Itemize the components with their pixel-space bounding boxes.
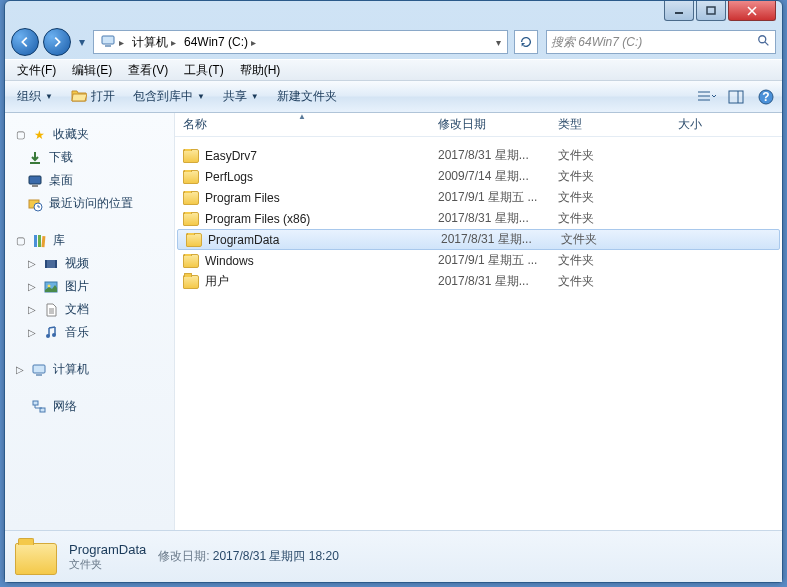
- file-row[interactable]: Windows2017/9/1 星期五 ...文件夹: [175, 250, 782, 271]
- expand-icon: ▷: [27, 327, 37, 338]
- search-box[interactable]: 搜索 64Win7 (C:): [546, 30, 776, 54]
- svg-rect-20: [34, 235, 37, 247]
- search-placeholder: 搜索 64Win7 (C:): [551, 34, 642, 51]
- newfolder-button[interactable]: 新建文件夹: [271, 86, 343, 107]
- column-size[interactable]: 大小: [670, 113, 782, 136]
- expand-icon: ▷: [15, 364, 25, 375]
- expand-icon: ▷: [27, 281, 37, 292]
- nav-favorites[interactable]: ▢★收藏夹: [9, 123, 170, 146]
- open-button[interactable]: 打开: [65, 86, 121, 107]
- nav-documents-label: 文档: [65, 301, 89, 318]
- file-date: 2017/8/31 星期...: [430, 147, 550, 164]
- folder-icon: [183, 149, 199, 163]
- file-row[interactable]: EasyDrv72017/8/31 星期...文件夹: [175, 145, 782, 166]
- title-bar: [5, 1, 782, 25]
- history-dropdown[interactable]: ▾: [75, 32, 89, 52]
- svg-rect-24: [45, 260, 47, 268]
- preview-pane-button[interactable]: [726, 87, 746, 107]
- crumb-root[interactable]: ▸: [96, 31, 128, 53]
- view-mode-button[interactable]: [696, 87, 716, 107]
- file-type: 文件夹: [550, 273, 670, 290]
- file-date: 2017/8/31 星期...: [430, 210, 550, 227]
- nav-downloads[interactable]: 下载: [9, 146, 170, 169]
- folder-icon: [183, 254, 199, 268]
- downloads-icon: [27, 150, 43, 166]
- address-bar[interactable]: ▸ 计算机 ▸ 64Win7 (C:) ▸ ▾: [93, 30, 508, 54]
- menu-file[interactable]: 文件(F): [11, 60, 62, 81]
- file-type: 文件夹: [553, 231, 673, 248]
- include-button[interactable]: 包含到库中▼: [127, 86, 211, 107]
- help-button[interactable]: ?: [756, 87, 776, 107]
- nav-documents[interactable]: ▷文档: [9, 298, 170, 321]
- file-row[interactable]: Program Files (x86)2017/8/31 星期...文件夹: [175, 208, 782, 229]
- svg-rect-16: [29, 176, 41, 184]
- crumb-computer-label: 计算机: [132, 34, 168, 51]
- details-date-label: 修改日期:: [158, 549, 209, 563]
- svg-point-32: [52, 333, 56, 337]
- forward-button[interactable]: [43, 28, 71, 56]
- nav-computer[interactable]: ▷计算机: [9, 358, 170, 381]
- newfolder-label: 新建文件夹: [277, 88, 337, 105]
- details-icon: [15, 539, 57, 575]
- svg-rect-33: [33, 365, 45, 373]
- open-icon: [71, 88, 87, 105]
- computer-icon: [100, 33, 116, 52]
- nav-network[interactable]: 网络: [9, 395, 170, 418]
- maximize-button[interactable]: [696, 1, 726, 21]
- file-list[interactable]: EasyDrv72017/8/31 星期...文件夹PerfLogs2009/7…: [175, 137, 782, 530]
- svg-rect-21: [38, 235, 41, 247]
- svg-rect-34: [36, 374, 42, 376]
- nav-libraries[interactable]: ▢库: [9, 229, 170, 252]
- videos-icon: [43, 256, 59, 272]
- computer-icon: [31, 362, 47, 378]
- menu-help[interactable]: 帮助(H): [234, 60, 287, 81]
- navigation-pane[interactable]: ▢★收藏夹 下载 桌面 最近访问的位置 ▢库 ▷视频 ▷图片 ▷文档 ▷音乐 ▷…: [5, 113, 175, 530]
- column-name[interactable]: 名称▲: [175, 113, 430, 136]
- minimize-button[interactable]: [664, 1, 694, 21]
- nav-desktop-label: 桌面: [49, 172, 73, 189]
- svg-rect-25: [55, 260, 57, 268]
- column-type[interactable]: 类型: [550, 113, 670, 136]
- file-name: Program Files (x86): [205, 212, 310, 226]
- file-row[interactable]: ProgramData2017/8/31 星期...文件夹: [177, 229, 780, 250]
- details-name: ProgramData: [69, 542, 146, 557]
- folder-icon: [183, 212, 199, 226]
- crumb-arrow-icon: ▸: [119, 37, 124, 48]
- menu-view[interactable]: 查看(V): [122, 60, 174, 81]
- nav-network-label: 网络: [53, 398, 77, 415]
- svg-rect-36: [40, 408, 45, 412]
- expand-icon: ▷: [27, 258, 37, 269]
- file-row[interactable]: 用户2017/8/31 星期...文件夹: [175, 271, 782, 292]
- menu-tools[interactable]: 工具(T): [178, 60, 229, 81]
- organize-button[interactable]: 组织▼: [11, 86, 59, 107]
- back-button[interactable]: [11, 28, 39, 56]
- svg-rect-5: [105, 45, 111, 47]
- folder-icon: [183, 275, 199, 289]
- svg-point-6: [759, 35, 766, 42]
- column-name-label: 名称: [183, 116, 207, 133]
- nav-recent[interactable]: 最近访问的位置: [9, 192, 170, 215]
- crumb-drive[interactable]: 64Win7 (C:) ▸: [180, 31, 260, 53]
- share-button[interactable]: 共享▼: [217, 86, 265, 107]
- crumb-arrow-icon: ▸: [171, 37, 176, 48]
- column-date[interactable]: 修改日期: [430, 113, 550, 136]
- nav-pictures-label: 图片: [65, 278, 89, 295]
- file-type: 文件夹: [550, 189, 670, 206]
- refresh-button[interactable]: [514, 30, 538, 54]
- file-row[interactable]: PerfLogs2009/7/14 星期...文件夹: [175, 166, 782, 187]
- close-button[interactable]: [728, 1, 776, 21]
- file-type: 文件夹: [550, 210, 670, 227]
- nav-music[interactable]: ▷音乐: [9, 321, 170, 344]
- menu-edit[interactable]: 编辑(E): [66, 60, 118, 81]
- nav-videos[interactable]: ▷视频: [9, 252, 170, 275]
- file-name: PerfLogs: [205, 170, 253, 184]
- file-name: ProgramData: [208, 233, 279, 247]
- nav-desktop[interactable]: 桌面: [9, 169, 170, 192]
- crumb-computer[interactable]: 计算机 ▸: [128, 31, 180, 53]
- menu-bar: 文件(F) 编辑(E) 查看(V) 工具(T) 帮助(H): [5, 59, 782, 81]
- desktop-icon: [27, 173, 43, 189]
- open-label: 打开: [91, 88, 115, 105]
- nav-pictures[interactable]: ▷图片: [9, 275, 170, 298]
- address-dropdown-icon[interactable]: ▾: [496, 37, 501, 48]
- file-row[interactable]: Program Files2017/9/1 星期五 ...文件夹: [175, 187, 782, 208]
